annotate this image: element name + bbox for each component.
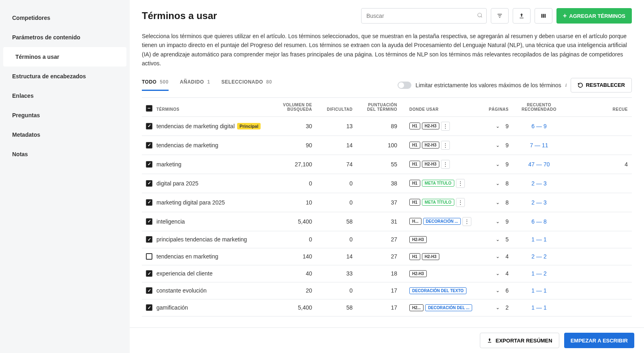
table-row: tendencias de marketing digitalPrincipal… <box>142 117 632 136</box>
usage-tag: META TÍTULO <box>422 180 454 187</box>
usage-tag: H1 <box>409 199 420 206</box>
term-text: tendencias de marketing <box>156 142 218 149</box>
row-checkbox[interactable] <box>146 218 152 225</box>
tab[interactable]: SELECCIONADO 80 <box>221 79 272 91</box>
row-checkbox[interactable] <box>146 287 152 294</box>
usage-tag: H1 <box>409 253 420 260</box>
recommended-cell: 47 — 70 <box>513 155 565 174</box>
volume-cell: 0 <box>272 174 316 193</box>
chevron-down-icon[interactable]: ⌄ <box>496 161 500 167</box>
extra-cell <box>565 299 632 316</box>
tab[interactable]: AÑADIDO 1 <box>180 79 210 91</box>
pages-cell: ⌄9 <box>476 155 513 174</box>
pages-cell: ⌄8 <box>476 193 513 212</box>
pages-cell: ⌄4 <box>476 248 513 265</box>
usage-tag: H1 <box>409 142 420 149</box>
difficulty-cell: 13 <box>316 117 357 136</box>
term-text: marketing digital para 2025 <box>156 199 225 206</box>
extra-cell <box>565 193 632 212</box>
chevron-down-icon[interactable]: ⌄ <box>496 200 500 205</box>
score-cell: 27 <box>357 248 401 265</box>
sidebar-item[interactable]: Parámetros de contenido <box>0 28 130 47</box>
search-input[interactable] <box>361 8 487 24</box>
export-button[interactable]: EXPORTAR RESÚMEN <box>480 333 559 348</box>
difficulty-cell: 74 <box>316 155 357 174</box>
more-tags-button[interactable]: ⋮ <box>456 198 465 207</box>
row-checkbox[interactable] <box>146 142 152 149</box>
chevron-down-icon[interactable]: ⌄ <box>496 219 500 224</box>
svg-rect-5 <box>541 14 543 17</box>
filter-button[interactable] <box>491 8 509 24</box>
extra-cell <box>565 265 632 282</box>
chevron-down-icon[interactable]: ⌄ <box>496 305 500 310</box>
row-checkbox[interactable] <box>146 236 152 243</box>
score-cell: 27 <box>357 231 401 248</box>
upload-button[interactable] <box>513 8 531 24</box>
term-text: tendencias en marketing <box>156 253 218 260</box>
chevron-down-icon[interactable]: ⌄ <box>496 181 500 186</box>
table-row: principales tendencias de marketing0027H… <box>142 231 632 248</box>
sidebar-item[interactable]: Competidores <box>0 8 130 28</box>
recommended-cell: 2 — 3 <box>513 174 565 193</box>
more-tags-button[interactable]: ⋮ <box>462 217 471 226</box>
more-tags-button[interactable]: ⋮ <box>456 179 465 188</box>
info-icon[interactable]: i <box>565 82 567 88</box>
chevron-down-icon[interactable]: ⌄ <box>496 123 500 129</box>
sidebar-item[interactable]: Notas <box>0 144 130 164</box>
pages-cell: ⌄5 <box>476 231 513 248</box>
extra-cell <box>565 282 632 299</box>
row-checkbox[interactable] <box>146 253 152 260</box>
row-checkbox[interactable] <box>146 123 152 129</box>
limit-toggle[interactable] <box>398 82 411 89</box>
sidebar-item[interactable]: Términos a usar <box>3 47 126 67</box>
pages-cell: ⌄9 <box>476 136 513 155</box>
svg-rect-7 <box>545 14 546 17</box>
volume-cell: 20 <box>272 282 316 299</box>
search-box <box>361 8 487 24</box>
columns-button[interactable] <box>535 8 552 24</box>
table-row: marketing27,1007455H1H2-H3⋮⌄947 — 704 <box>142 155 632 174</box>
volume-cell: 0 <box>272 231 316 248</box>
tab[interactable]: TODO 500 <box>142 79 169 91</box>
table-row: marketing digital para 202510037H1META T… <box>142 193 632 212</box>
usage-tag: H1 <box>409 123 420 129</box>
chevron-down-icon[interactable]: ⌄ <box>496 142 500 148</box>
row-checkbox[interactable] <box>146 199 152 206</box>
chevron-down-icon[interactable]: ⌄ <box>496 288 500 293</box>
table-row: experiencia del cliente403318H2-H3⌄41 — … <box>142 265 632 282</box>
bottom-bar: EXPORTAR RESÚMEN EMPEZAR A ESCRIBIR <box>130 327 644 353</box>
row-checkbox[interactable] <box>146 161 152 168</box>
row-checkbox[interactable] <box>146 270 152 277</box>
start-writing-button[interactable]: EMPEZAR A ESCRIBIR <box>564 333 634 348</box>
recommended-cell: 6 — 8 <box>513 212 565 231</box>
reset-button[interactable]: RESTABLECER <box>571 78 632 93</box>
chevron-down-icon[interactable]: ⌄ <box>496 254 500 259</box>
row-checkbox[interactable] <box>146 304 152 311</box>
terms-table: TÉRMINOS VOLUMEN DE BÚSQUEDA DIFICULTAD … <box>142 97 632 316</box>
pages-cell: ⌄6 <box>476 282 513 299</box>
svg-point-0 <box>478 13 481 17</box>
score-cell: 89 <box>357 117 401 136</box>
volume-cell: 5,400 <box>272 299 316 316</box>
volume-cell: 30 <box>272 117 316 136</box>
add-terms-button[interactable]: + AGREGAR TÉRMINOS <box>556 8 632 24</box>
difficulty-cell: 33 <box>316 265 357 282</box>
sidebar-item[interactable]: Estructura de encabezados <box>0 67 130 86</box>
sidebar-item[interactable]: Preguntas <box>0 105 130 125</box>
volume-cell: 40 <box>272 265 316 282</box>
where-cell: DECORACIÓN DEL TEXTO <box>401 282 476 299</box>
more-tags-button[interactable]: ⋮ <box>441 160 450 169</box>
pages-cell: ⌄8 <box>476 174 513 193</box>
chevron-down-icon[interactable]: ⌄ <box>496 237 500 242</box>
recommended-cell: 1 — 1 <box>513 299 565 316</box>
more-tags-button[interactable]: ⋮ <box>441 122 450 131</box>
row-checkbox[interactable] <box>146 180 152 187</box>
chevron-down-icon[interactable]: ⌄ <box>496 271 500 276</box>
select-all-checkbox[interactable] <box>146 105 152 112</box>
term-text: principales tendencias de marketing <box>156 236 247 243</box>
sidebar-item[interactable]: Metadatos <box>0 125 130 144</box>
table-row: digital para 20250038H1META TÍTULO⋮⌄82 —… <box>142 174 632 193</box>
difficulty-cell: 58 <box>316 212 357 231</box>
sidebar-item[interactable]: Enlaces <box>0 86 130 105</box>
more-tags-button[interactable]: ⋮ <box>441 141 450 150</box>
